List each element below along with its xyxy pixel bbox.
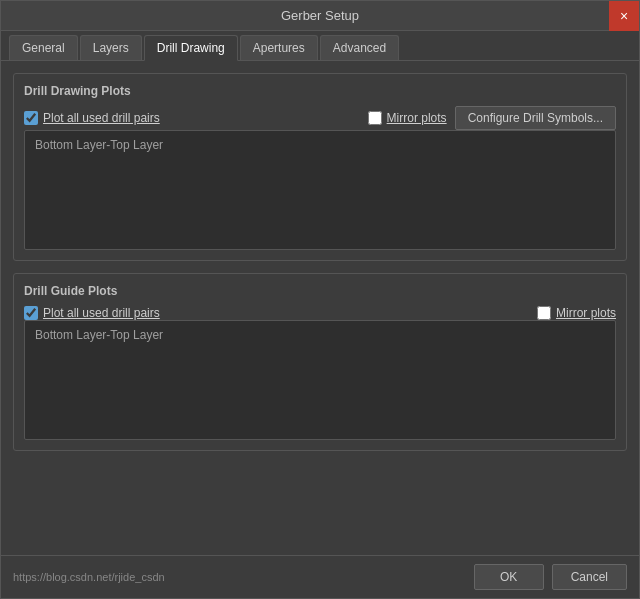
drill-guide-section-title: Drill Guide Plots: [24, 284, 616, 298]
plot-all-drill-pairs-guide-checkbox[interactable]: [24, 306, 38, 320]
tab-advanced[interactable]: Advanced: [320, 35, 399, 60]
tab-apertures[interactable]: Apertures: [240, 35, 318, 60]
configure-drill-symbols-button[interactable]: Configure Drill Symbols...: [455, 106, 616, 130]
title-bar: Gerber Setup ×: [1, 1, 639, 31]
drill-guide-controls-row: Plot all used drill pairs Mirror plots: [24, 306, 616, 320]
gerber-setup-dialog: Gerber Setup × General Layers Drill Draw…: [0, 0, 640, 599]
plot-all-drill-pairs-label[interactable]: Plot all used drill pairs: [24, 111, 160, 125]
plot-all-drill-pairs-text: Plot all used drill pairs: [43, 111, 160, 125]
close-button[interactable]: ×: [609, 1, 639, 31]
plot-all-drill-pairs-guide-label[interactable]: Plot all used drill pairs: [24, 306, 160, 320]
ok-button[interactable]: OK: [474, 564, 544, 590]
drill-drawing-section-title: Drill Drawing Plots: [24, 84, 616, 98]
mirror-plots-label[interactable]: Mirror plots: [368, 111, 447, 125]
footer: https://blog.csdn.net/rjide_csdn OK Canc…: [1, 555, 639, 598]
mirror-plots-text: Mirror plots: [387, 111, 447, 125]
drill-drawing-list: Bottom Layer-Top Layer: [24, 130, 616, 250]
tab-bar: General Layers Drill Drawing Apertures A…: [1, 31, 639, 61]
tab-drill-drawing[interactable]: Drill Drawing: [144, 35, 238, 61]
list-item: Bottom Layer-Top Layer: [29, 135, 611, 155]
tab-content: Drill Drawing Plots Plot all used drill …: [1, 61, 639, 555]
mirror-plots-guide-checkbox[interactable]: [537, 306, 551, 320]
dialog-title: Gerber Setup: [281, 8, 359, 23]
drill-drawing-controls-row: Plot all used drill pairs Mirror plots C…: [24, 106, 616, 130]
plot-all-drill-pairs-guide-text: Plot all used drill pairs: [43, 306, 160, 320]
mirror-plots-guide-text: Mirror plots: [556, 306, 616, 320]
plot-all-drill-pairs-checkbox[interactable]: [24, 111, 38, 125]
mirror-plots-guide-label[interactable]: Mirror plots: [537, 306, 616, 320]
cancel-button[interactable]: Cancel: [552, 564, 627, 590]
drill-guide-list: Bottom Layer-Top Layer: [24, 320, 616, 440]
mirror-plots-checkbox[interactable]: [368, 111, 382, 125]
drill-drawing-plots-section: Drill Drawing Plots Plot all used drill …: [13, 73, 627, 261]
footer-link: https://blog.csdn.net/rjide_csdn: [13, 571, 165, 583]
tab-general[interactable]: General: [9, 35, 78, 60]
drill-guide-plots-section: Drill Guide Plots Plot all used drill pa…: [13, 273, 627, 451]
tab-layers[interactable]: Layers: [80, 35, 142, 60]
list-item: Bottom Layer-Top Layer: [29, 325, 611, 345]
